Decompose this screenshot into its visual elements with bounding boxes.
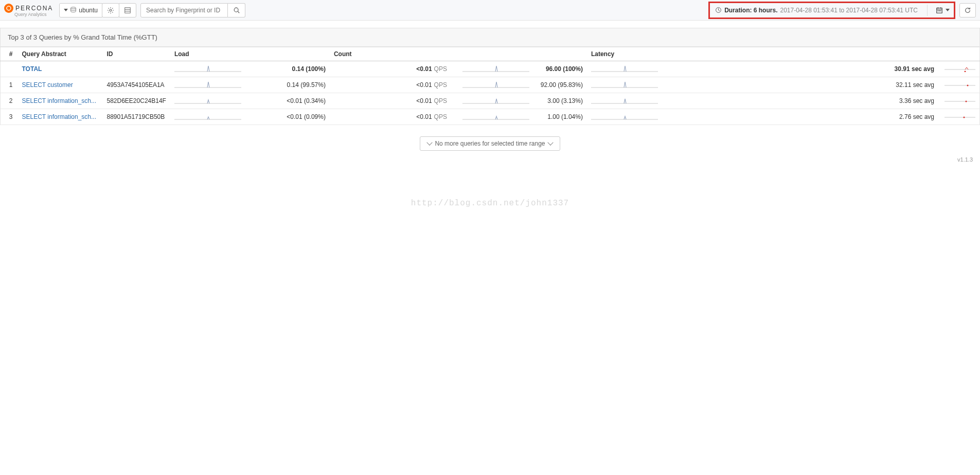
brand-name: PERCONA [15, 5, 53, 12]
count-sparkline [462, 80, 529, 90]
chevron-down-icon [547, 139, 553, 145]
total-label[interactable]: TOTAL [22, 65, 42, 73]
svg-point-35 [964, 117, 965, 118]
load-sparkline [174, 96, 241, 105]
list-icon [124, 7, 131, 14]
search-button[interactable] [228, 3, 245, 17]
col-count[interactable]: Count [330, 47, 587, 61]
query-id: 4953A7454105EA1A [103, 77, 170, 93]
latency-sparkline [591, 64, 658, 74]
queries-table: # Query Abstract ID Load Count Latency T… [0, 47, 980, 125]
duration-selector[interactable]: Duration: 6 hours. 2017-04-28 01:53:41 t… [708, 2, 955, 19]
no-more-label: No more queries for selected time range [435, 140, 545, 147]
brand-subtitle: Query Analytics [14, 12, 47, 17]
load-sparkline [174, 112, 241, 121]
latency-sparkline [591, 112, 658, 121]
search-icon [233, 7, 240, 14]
count-sparkline [462, 64, 529, 74]
panel-title: Top 3 of 3 Queries by % Grand Total Time… [0, 28, 980, 47]
query-link[interactable]: SELECT information_sch... [22, 113, 97, 120]
svg-point-0 [7, 6, 11, 10]
refresh-icon [964, 7, 971, 14]
table-row[interactable]: 3 SELECT information_sch... 88901A51719C… [1, 109, 980, 125]
caret-down-icon [64, 9, 68, 11]
total-load-value: 0.14 (100%) [292, 65, 326, 73]
svg-point-2 [110, 9, 112, 11]
search-input[interactable] [140, 3, 228, 17]
col-id[interactable]: ID [103, 47, 170, 61]
query-id: 582D6EE20C24B14F [103, 93, 170, 109]
svg-line-7 [238, 11, 239, 13]
clock-icon [715, 7, 722, 13]
table-row[interactable]: 2 SELECT information_sch... 582D6EE20C24… [1, 93, 980, 109]
query-link[interactable]: SELECT customer [22, 81, 73, 89]
calendar-icon [936, 7, 943, 14]
latency-mini-chart [945, 82, 975, 88]
count-sparkline [462, 96, 529, 105]
col-latency[interactable]: Latency [587, 47, 980, 61]
no-more-queries-button[interactable]: No more queries for selected time range [420, 136, 560, 151]
percona-logo-icon [4, 4, 13, 13]
latency-mini-chart [945, 66, 975, 72]
calendar-dropdown-button[interactable] [932, 7, 954, 14]
query-link[interactable]: SELECT information_sch... [22, 97, 97, 104]
latency-mini-chart [945, 114, 975, 120]
table-row[interactable]: 1 SELECT customer 4953A7454105EA1A 0.14 … [1, 77, 980, 93]
svg-rect-15 [940, 10, 941, 11]
svg-rect-14 [939, 10, 940, 11]
duration-range: 2017-04-28 01:53:41 to 2017-04-28 07:53:… [780, 7, 918, 14]
load-sparkline [174, 80, 241, 90]
svg-point-30 [966, 101, 967, 102]
total-latency-value: 30.91 sec avg [663, 65, 934, 73]
svg-point-25 [967, 85, 969, 86]
db-dropdown-button[interactable]: ubuntu [59, 3, 102, 17]
svg-point-20 [965, 71, 966, 73]
list-view-button[interactable] [119, 3, 136, 17]
total-count-value: 96.00 (100%) [546, 65, 583, 73]
query-id: 88901A51719CB50B [103, 109, 170, 125]
top-toolbar: PERCONA Query Analytics ubuntu [0, 0, 980, 21]
col-load[interactable]: Load [170, 47, 330, 61]
total-row[interactable]: TOTAL 0.14 (100%) <0.01QPS 96.00 (100%) … [1, 61, 980, 77]
svg-rect-3 [125, 7, 131, 13]
count-sparkline [462, 112, 529, 121]
settings-button[interactable] [102, 3, 119, 17]
svg-point-1 [71, 7, 76, 9]
latency-sparkline [591, 80, 658, 90]
load-sparkline [174, 64, 241, 74]
chevron-down-icon [427, 139, 433, 145]
duration-label: Duration: 6 hours. [724, 7, 777, 14]
svg-rect-13 [938, 10, 939, 11]
caret-down-icon [946, 9, 950, 11]
gear-icon [107, 7, 114, 14]
brand-logo: PERCONA Query Analytics [4, 4, 53, 17]
latency-sparkline [591, 96, 658, 105]
db-selector-label: ubuntu [79, 7, 98, 14]
database-icon [70, 7, 77, 13]
latency-mini-chart [945, 98, 975, 104]
col-index: # [1, 47, 18, 61]
svg-point-6 [234, 8, 238, 12]
refresh-button[interactable] [959, 3, 976, 17]
col-query-abstract[interactable]: Query Abstract [18, 47, 103, 61]
